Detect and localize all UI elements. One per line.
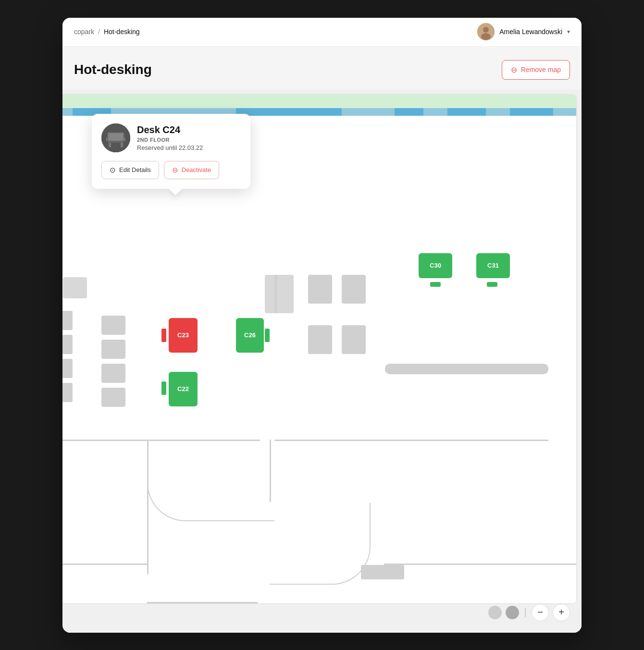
chair-C31 bbox=[487, 282, 497, 287]
chair-C30 bbox=[430, 282, 441, 287]
svg-point-2 bbox=[481, 33, 491, 40]
furniture-right-3 bbox=[342, 275, 366, 304]
zoom-indicator-1[interactable] bbox=[488, 606, 502, 619]
wall-left-5 bbox=[62, 383, 73, 402]
popup-actions: ⊙ Edit Details ⊖ Deactivate bbox=[101, 161, 241, 179]
wall-col2-1 bbox=[101, 316, 125, 335]
floor-plan[interactable]: C30 C31 C23 C26 C22 bbox=[62, 94, 577, 604]
strip-segment-2 bbox=[236, 108, 342, 116]
page-title: Hot-desking bbox=[74, 62, 152, 77]
furniture-mid-3 bbox=[308, 325, 332, 354]
user-menu[interactable]: Amelia Lewandowski ▾ bbox=[477, 23, 570, 40]
deactivate-button[interactable]: ⊖ Deactivate bbox=[164, 161, 219, 179]
app-window: copark / Hot-desking Amelia Lewandowski … bbox=[62, 18, 582, 633]
popup-floor: 2ND FLOOR bbox=[137, 137, 203, 143]
chair-C23-left bbox=[161, 329, 166, 342]
map-container: C30 C31 C23 C26 C22 bbox=[62, 89, 582, 633]
deactivate-icon: ⊖ bbox=[172, 166, 178, 174]
zoom-separator bbox=[525, 608, 526, 617]
wall-left-1 bbox=[63, 277, 87, 298]
remove-map-button[interactable]: ⊖ Remove map bbox=[502, 60, 570, 80]
room-curve-1 bbox=[147, 440, 274, 521]
breadcrumb: copark / Hot-desking bbox=[74, 28, 140, 36]
user-name: Amelia Lewandowski bbox=[499, 28, 562, 36]
header: copark / Hot-desking Amelia Lewandowski … bbox=[62, 18, 582, 47]
room-curve-2 bbox=[270, 503, 371, 585]
strip-segment-5 bbox=[510, 108, 553, 116]
breadcrumb-current: Hot-desking bbox=[104, 28, 140, 36]
furniture-mid-1 bbox=[265, 275, 294, 313]
desk-C23[interactable]: C23 bbox=[169, 318, 198, 353]
chair-C26-right bbox=[265, 329, 270, 342]
breadcrumb-parent[interactable]: copark bbox=[74, 28, 94, 36]
avatar-image bbox=[477, 23, 495, 40]
popup-info: Desk C24 2ND FLOOR Reserved until 22.03.… bbox=[137, 124, 203, 151]
breadcrumb-separator: / bbox=[98, 28, 100, 36]
wall-bottom-4 bbox=[147, 602, 258, 603]
remove-map-icon: ⊖ bbox=[511, 65, 517, 74]
avatar bbox=[477, 23, 495, 40]
zoom-indicator-2[interactable] bbox=[506, 606, 519, 619]
popup-header: Desk C24 2ND FLOOR Reserved until 22.03.… bbox=[101, 123, 241, 152]
wall-col2-2 bbox=[101, 340, 125, 359]
zoom-in-button[interactable]: + bbox=[553, 604, 570, 621]
desk-popup: Desk C24 2ND FLOOR Reserved until 22.03.… bbox=[92, 114, 250, 189]
divider-h-2 bbox=[274, 440, 548, 441]
furniture-right-1 bbox=[385, 364, 548, 374]
chair-C22-left bbox=[161, 381, 166, 395]
remove-map-label: Remove map bbox=[521, 66, 561, 74]
wall-left-2 bbox=[62, 311, 73, 330]
desk-image bbox=[101, 123, 130, 152]
wall-bottom-2 bbox=[147, 527, 149, 565]
desk-C26[interactable]: C26 bbox=[236, 318, 264, 353]
popup-avatar bbox=[101, 123, 130, 152]
svg-rect-8 bbox=[108, 133, 124, 141]
wall-col2-4 bbox=[101, 388, 125, 407]
desk-C22[interactable]: C22 bbox=[169, 372, 198, 406]
furniture-mid-2 bbox=[308, 275, 332, 304]
bottom-block-1 bbox=[361, 565, 404, 579]
popup-desk-name: Desk C24 bbox=[137, 124, 203, 135]
zoom-out-button[interactable]: − bbox=[532, 604, 549, 621]
desk-C30[interactable]: C30 bbox=[419, 253, 452, 278]
wall-bottom-1 bbox=[62, 564, 147, 565]
floor-strip-green bbox=[62, 95, 576, 108]
page-header: Hot-desking ⊖ Remove map bbox=[62, 47, 582, 89]
popup-reserved: Reserved until 22.03.22 bbox=[137, 144, 203, 151]
svg-point-1 bbox=[483, 27, 489, 33]
deactivate-label: Deactivate bbox=[182, 166, 211, 173]
desk-C31[interactable]: C31 bbox=[476, 253, 510, 278]
wall-col2-3 bbox=[101, 364, 125, 383]
furniture-mid-4 bbox=[274, 275, 277, 313]
zoom-controls: − + bbox=[488, 604, 570, 621]
furniture-right-2 bbox=[342, 325, 366, 354]
edit-details-label: Edit Details bbox=[119, 166, 151, 173]
wall-bottom-3 bbox=[384, 564, 576, 565]
strip-segment-4 bbox=[447, 108, 486, 116]
edit-details-icon: ⊙ bbox=[110, 166, 116, 174]
wall-left-3 bbox=[62, 335, 73, 354]
edit-details-button[interactable]: ⊙ Edit Details bbox=[101, 161, 159, 179]
wall-left-4 bbox=[62, 359, 73, 378]
chevron-down-icon: ▾ bbox=[567, 28, 570, 35]
strip-segment-3 bbox=[395, 108, 423, 116]
